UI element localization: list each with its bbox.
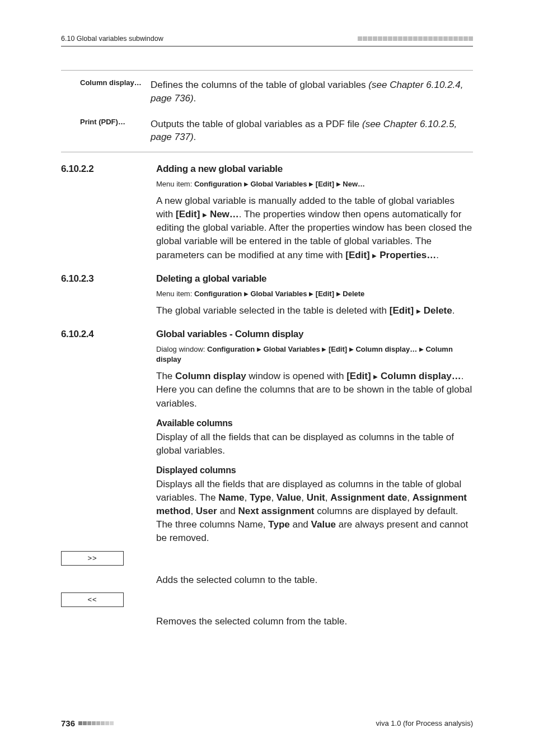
menu-path: Menu item: Configuration ▶ Global Variab…	[156, 289, 473, 300]
header-breadcrumb: 6.10 Global variables subwindow	[61, 35, 163, 43]
chevron-right-icon: >>	[87, 554, 97, 562]
section-number: 6.10.2.4	[61, 329, 156, 340]
table-row: Print (PDF)… Outputs the table of global…	[61, 113, 473, 152]
option-label: Print (PDF)…	[61, 118, 151, 144]
paragraph: The global variable selected in the tabl…	[156, 304, 473, 318]
section-title: Adding a new global variable	[156, 164, 283, 175]
header-decoration	[357, 36, 473, 41]
subheading-available-columns: Available columns	[156, 418, 473, 428]
section-title: Global variables - Column display	[156, 329, 303, 340]
options-table: Column display… Defines the columns of t…	[61, 70, 473, 152]
option-description: Outputs the table of global variables as…	[151, 118, 473, 144]
section-title: Deleting a global variable	[156, 273, 266, 284]
footer-decoration	[78, 721, 114, 725]
chevron-left-icon: <<	[87, 595, 97, 604]
table-row: Column display… Defines the columns of t…	[61, 74, 473, 113]
remove-column-button[interactable]: <<	[61, 592, 124, 607]
subheading-displayed-columns: Displayed columns	[156, 465, 473, 475]
section-heading: 6.10.2.3 Deleting a global variable	[61, 273, 473, 284]
button-description: Removes the selected column from the tab…	[156, 615, 473, 628]
page-footer: 736 viva 1.0 (for Process analysis)	[61, 718, 473, 728]
footer-product: viva 1.0 (for Process analysis)	[376, 719, 473, 727]
add-column-button[interactable]: >>	[61, 551, 124, 566]
section-number: 6.10.2.3	[61, 273, 156, 284]
header-divider	[61, 46, 473, 46]
menu-path: Dialog window: Configuration ▶ Global Va…	[156, 344, 473, 366]
section-heading: 6.10.2.2 Adding a new global variable	[61, 164, 473, 175]
paragraph: The Column display window is opened with…	[156, 370, 473, 410]
section-heading: 6.10.2.4 Global variables - Column displ…	[61, 329, 473, 340]
menu-path: Menu item: Configuration ▶ Global Variab…	[156, 179, 473, 190]
paragraph: A new global variable is manually added …	[156, 194, 473, 262]
button-description: Adds the selected column to the table.	[156, 573, 473, 587]
option-description: Defines the columns of the table of glob…	[151, 78, 473, 105]
option-label: Column display…	[61, 78, 151, 105]
paragraph: Displays all the fields that are display…	[156, 478, 473, 545]
section-number: 6.10.2.2	[61, 164, 156, 175]
paragraph: Display of all the fields that can be di…	[156, 431, 473, 458]
page-number: 736	[61, 718, 75, 728]
page-header: 6.10 Global variables subwindow	[0, 35, 534, 43]
